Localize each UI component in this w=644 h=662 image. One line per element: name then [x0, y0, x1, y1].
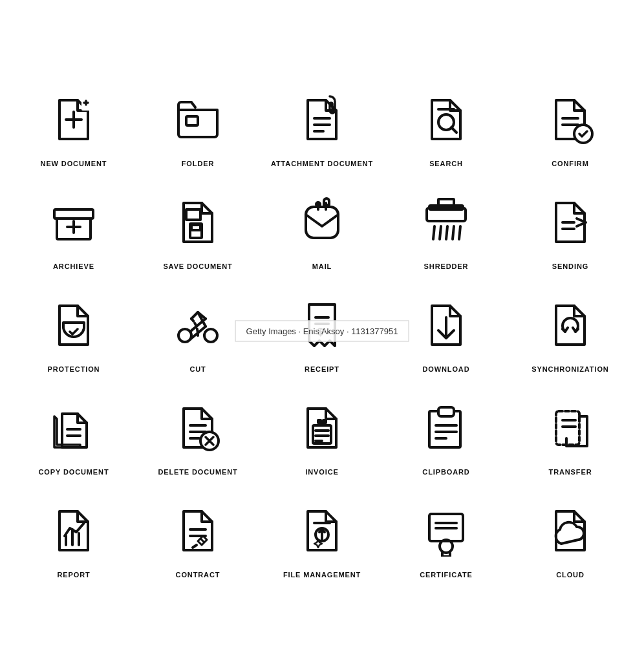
icon-cell-confirm: CONFIRM	[508, 78, 632, 174]
shredder-label: SHREDDER	[424, 262, 469, 270]
clipboard-label: CLIPBOARD	[422, 468, 469, 476]
file-management-icon	[290, 498, 354, 563]
contract-icon	[166, 498, 230, 563]
invoice-icon	[290, 396, 354, 460]
transfer-label: TRANSFER	[549, 468, 592, 476]
icon-cell-cloud: CLOUD	[508, 489, 632, 585]
search-icon	[414, 87, 478, 152]
icon-cell-report: REPORT	[12, 489, 136, 585]
cut-label: CUT	[189, 365, 206, 373]
folder-icon	[166, 87, 230, 152]
icon-cell-file-management: FILE MANAGEMENT	[260, 489, 384, 585]
svg-rect-15	[191, 225, 200, 230]
certificate-icon	[414, 498, 478, 563]
icon-cell-cut: CUT	[136, 283, 260, 379]
report-icon	[41, 498, 106, 563]
icon-cell-download: DOWNLOAD	[384, 283, 508, 379]
save-document-label: SAVE DOCUMENT	[163, 262, 232, 270]
svg-point-17	[316, 202, 320, 206]
receipt-icon: $	[290, 293, 354, 358]
icon-cell-archieve: ARCHIEVE	[12, 180, 136, 277]
svg-line-24	[453, 226, 454, 239]
folder-label: FOLDER	[182, 160, 215, 167]
icon-cell-shredder: SHREDDER	[384, 180, 508, 277]
protection-icon	[41, 293, 106, 358]
icons-grid: NEW DOCUMENT FOLDER ATTACHMENT DOCUMENT	[12, 78, 632, 585]
cloud-label: CLOUD	[556, 571, 585, 579]
svg-line-64	[193, 545, 197, 548]
archieve-label: ARCHIEVE	[53, 262, 94, 270]
svg-line-25	[459, 226, 460, 239]
svg-rect-13	[54, 209, 93, 219]
mail-label: MAIL	[312, 262, 332, 270]
sync-icon	[538, 293, 603, 358]
svg-line-23	[446, 226, 447, 239]
attachment-label: ATTACHMENT DOCUMENT	[271, 160, 373, 167]
copy-label: COPY DOCUMENT	[38, 468, 109, 476]
svg-rect-3	[186, 116, 198, 125]
protection-label: PROTECTION	[48, 365, 100, 373]
icon-cell-contract: CONTRACT	[136, 489, 260, 585]
confirm-label: CONFIRM	[552, 160, 589, 167]
svg-line-9	[451, 127, 456, 133]
sending-icon	[538, 190, 603, 255]
svg-point-30	[204, 329, 217, 342]
icon-cell-transfer: TRANSFER	[508, 386, 632, 482]
mail-icon	[290, 190, 354, 255]
new-document-label: NEW DOCUMENT	[41, 160, 107, 167]
copy-icon	[41, 396, 106, 460]
certificate-label: CERTIFICATE	[420, 571, 473, 579]
icon-cell-certificate: CERTIFICATE	[384, 489, 508, 585]
icon-cell-copy: COPY DOCUMENT	[12, 386, 136, 482]
clipboard-icon	[414, 396, 478, 460]
svg-rect-52	[438, 407, 454, 416]
delete-label: DELETE DOCUMENT	[158, 468, 237, 476]
svg-line-35	[191, 312, 198, 319]
shredder-icon	[414, 190, 478, 255]
save-document-icon	[166, 190, 230, 255]
archieve-icon	[41, 190, 106, 255]
cut-icon	[166, 293, 230, 358]
icon-cell-invoice: INVOICE	[260, 386, 384, 482]
icon-cell-clipboard: CLIPBOARD	[384, 386, 508, 482]
search-label: SEARCH	[429, 160, 463, 167]
contract-label: CONTRACT	[176, 571, 220, 579]
svg-line-21	[433, 226, 435, 239]
transfer-icon	[538, 396, 603, 460]
icon-cell-folder: FOLDER	[136, 78, 260, 174]
icon-cell-mail: MAIL	[260, 180, 384, 277]
svg-rect-2	[81, 99, 93, 111]
icon-cell-search: SEARCH	[384, 78, 508, 174]
svg-line-22	[440, 226, 441, 239]
icon-cell-delete: DELETE DOCUMENT	[136, 386, 260, 482]
svg-text:$: $	[317, 326, 323, 337]
sending-label: SENDING	[552, 262, 588, 270]
icon-cell-protection: PROTECTION	[12, 283, 136, 379]
confirm-icon	[538, 87, 603, 152]
attachment-icon	[290, 87, 354, 152]
icon-cell-sync: SYNCHRONIZATION	[508, 283, 632, 379]
cloud-icon	[538, 498, 603, 563]
invoice-label: INVOICE	[305, 468, 338, 476]
sync-label: SYNCHRONIZATION	[531, 365, 608, 373]
icon-cell-save-document: SAVE DOCUMENT	[136, 180, 260, 277]
report-label: REPORT	[57, 571, 90, 579]
icon-cell-attachment: ATTACHMENT DOCUMENT	[260, 78, 384, 174]
file-management-label: FILE MANAGEMENT	[283, 571, 361, 579]
icon-cell-sending: SENDING	[508, 180, 632, 277]
receipt-label: RECEIPT	[305, 365, 339, 373]
download-label: DOWNLOAD	[422, 365, 469, 373]
icon-cell-new-document: NEW DOCUMENT	[12, 78, 136, 174]
download-icon	[414, 293, 478, 358]
new-document-icon	[41, 87, 106, 152]
delete-icon	[166, 396, 230, 460]
icon-cell-receipt: $ RECEIPT	[260, 283, 384, 379]
